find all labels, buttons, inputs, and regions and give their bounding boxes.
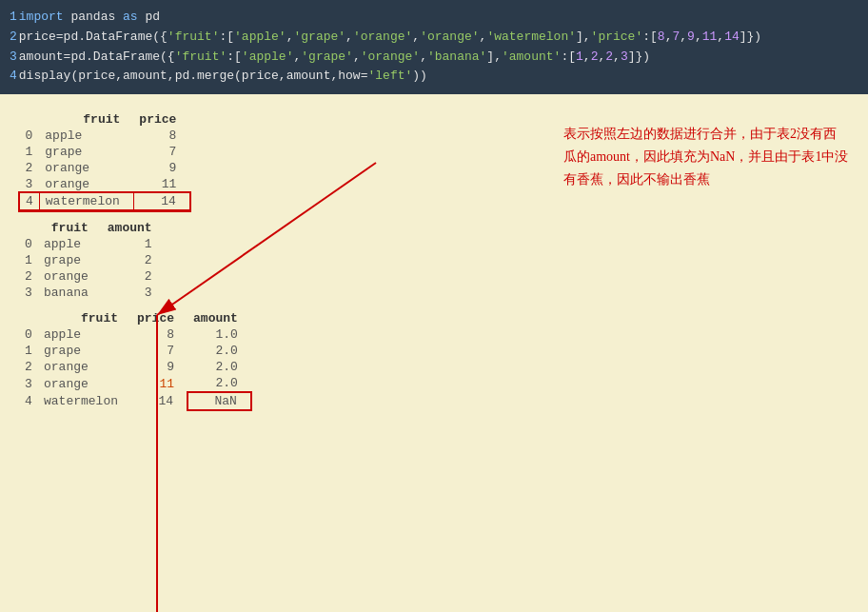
merged-table: fruit price amount 0 apple 8 1.0 1 grape… (19, 310, 252, 411)
main-area: 表示按照左边的数据进行合并，由于表2没有西瓜的amount，因此填充为NaN，并… (0, 94, 868, 430)
fruit-cell: apple (38, 326, 131, 343)
table-row: 2 orange 9 2.0 (19, 359, 251, 375)
line-number: 2 (10, 30, 17, 44)
table-row: 1 grape 7 2.0 (19, 343, 251, 359)
price-table: fruit price 0 apple 8 1 grape 7 2 orange (19, 111, 190, 210)
nan-cell: NaN (187, 392, 251, 410)
merged-header-price: price (131, 310, 187, 326)
code-block: 1import pandas as pd 2price=pd.DataFrame… (0, 0, 868, 94)
row-idx: 3 (19, 375, 38, 392)
amount-cell: 3 (102, 285, 166, 301)
merged-header-amount: amount (187, 310, 251, 326)
fruit-cell: orange (39, 176, 133, 193)
merged-table-section: fruit price amount 0 apple 8 1.0 1 grape… (0, 310, 868, 411)
fruit-cell: grape (39, 144, 133, 160)
price-cell: 9 (131, 359, 187, 375)
price-cell: 11 (131, 375, 187, 392)
table-row: 2 orange 2 (19, 268, 166, 285)
amount-cell: 2.0 (187, 359, 251, 375)
price-cell: 14 (133, 193, 189, 210)
fruit-cell: watermelon (39, 193, 133, 210)
amount-cell: 1.0 (187, 326, 251, 343)
table-row-watermelon: 4 watermelon 14 (20, 193, 190, 210)
price-cell: 7 (133, 144, 189, 160)
fruit-cell: orange (38, 359, 131, 375)
line-number: 1 (10, 10, 17, 24)
code-line-1: 1import pandas as pd (10, 8, 858, 28)
fruit-cell: orange (38, 375, 131, 392)
amount-header-amount: amount (102, 220, 166, 236)
price-table-header: fruit price (20, 111, 190, 128)
code-line-2: 2price=pd.DataFrame({'fruit':['apple','g… (10, 28, 858, 48)
annotation-text: 表示按照左边的数据进行合并，由于表2没有西瓜的amount，因此填充为NaN，并… (563, 127, 848, 187)
code-line-4: 4display(price,amount,pd.merge(price,amo… (10, 67, 858, 87)
price-cell: 14 (131, 392, 187, 410)
amount-cell: 2.0 (187, 343, 251, 359)
row-idx: 4 (19, 392, 38, 410)
table-row: 0 apple 8 (20, 128, 190, 144)
merged-header-idx (19, 310, 38, 326)
fruit-cell: orange (38, 268, 102, 285)
amount-table-header: fruit amount (19, 220, 166, 236)
line-number: 3 (10, 49, 17, 64)
code-line-3: 3amount=pd.DataFrame({'fruit':['apple','… (10, 48, 858, 68)
fruit-cell: grape (38, 343, 131, 359)
amount-cell: 1 (102, 236, 166, 252)
amount-header-fruit: fruit (38, 220, 102, 236)
fruit-cell: apple (39, 128, 133, 144)
amount-table-section: fruit amount 0 apple 1 1 grape 2 2 orang… (0, 220, 868, 301)
amount-cell: 2 (102, 252, 166, 268)
price-cell: 8 (133, 128, 189, 144)
price-cell: 11 (133, 176, 189, 193)
table-row-watermelon-merged: 4 watermelon 14 NaN (19, 392, 251, 410)
amount-table: fruit amount 0 apple 1 1 grape 2 2 orang… (19, 220, 166, 301)
table-row: 2 orange 9 (20, 160, 190, 176)
table-row: 1 grape 7 (20, 144, 190, 160)
table-row: 0 apple 1 (19, 236, 166, 252)
row-idx: 3 (19, 285, 38, 301)
line-number: 4 (10, 69, 17, 83)
table-row: 3 orange 11 (20, 176, 190, 193)
row-idx: 1 (19, 252, 38, 268)
row-idx: 0 (19, 326, 38, 343)
amount-cell: 2.0 (187, 375, 251, 392)
fruit-cell: watermelon (38, 392, 131, 410)
table-row: 1 grape 2 (19, 252, 166, 268)
amount-header-idx (19, 220, 38, 236)
row-idx: 1 (20, 144, 40, 160)
fruit-cell: apple (38, 236, 102, 252)
merged-header-fruit: fruit (38, 310, 131, 326)
fruit-cell: orange (39, 160, 133, 176)
fruit-cell: grape (38, 252, 102, 268)
price-header-idx (20, 111, 40, 128)
row-idx: 2 (19, 359, 38, 375)
row-idx: 2 (19, 268, 38, 285)
row-idx: 4 (20, 193, 40, 210)
price-cell: 7 (131, 343, 187, 359)
row-idx: 0 (20, 128, 40, 144)
row-idx: 0 (19, 236, 38, 252)
row-idx: 2 (20, 160, 40, 176)
amount-cell: 2 (102, 268, 166, 285)
row-idx: 1 (19, 343, 38, 359)
price-cell: 9 (133, 160, 189, 176)
table-row: 0 apple 8 1.0 (19, 326, 251, 343)
table-row: 3 orange 11 2.0 (19, 375, 251, 392)
table-row: 3 banana 3 (19, 285, 166, 301)
annotation: 表示按照左边的数据进行合并，由于表2没有西瓜的amount，因此填充为NaN，并… (563, 123, 849, 190)
merged-table-header: fruit price amount (19, 310, 251, 326)
row-idx: 3 (20, 176, 40, 193)
price-cell: 8 (131, 326, 187, 343)
price-header-fruit: fruit (39, 111, 133, 128)
fruit-cell: banana (38, 285, 102, 301)
price-header-price: price (133, 111, 189, 128)
